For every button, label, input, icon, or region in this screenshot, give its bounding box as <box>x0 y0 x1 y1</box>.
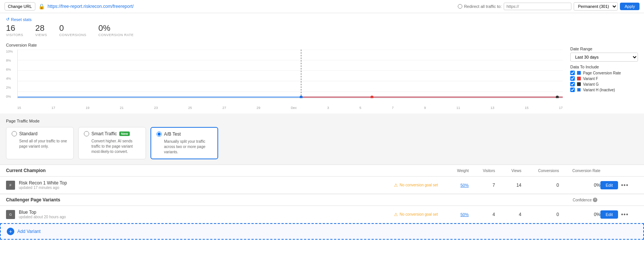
reset-stats-button[interactable]: ↺ Reset stats <box>6 17 638 22</box>
y-label-6: 6% <box>6 68 17 71</box>
redirect-url-input[interactable] <box>504 3 571 10</box>
redirect-label: Redirect all traffic to: <box>458 4 501 9</box>
challenger-weight[interactable]: 50% <box>442 212 469 217</box>
traffic-mode-section: Page Traffic Mode Standard Send all of y… <box>0 113 644 165</box>
url-display: https://free-report.riskrecon.com/freere… <box>48 4 455 9</box>
champion-weight[interactable]: 50% <box>442 183 469 187</box>
conversions-value: 0 <box>59 24 86 32</box>
redirect-section: Redirect all traffic to: Permanent (301)… <box>458 2 639 11</box>
x-label: 3 <box>327 106 329 110</box>
traffic-option-ab[interactable]: A/B Test Manually split your traffic acr… <box>150 127 218 159</box>
warning-icon: ⚠ <box>394 183 398 188</box>
add-variant-row[interactable]: + Add Variant <box>0 223 644 240</box>
challenger-thumb: G <box>6 210 15 219</box>
traffic-option-ab-title: A/B Test <box>164 131 181 137</box>
traffic-option-ab-header: A/B Test <box>156 131 212 137</box>
challenger-conversions: 0 <box>521 212 559 217</box>
x-label: 29 <box>257 106 260 110</box>
new-badge: New <box>119 131 130 136</box>
traffic-option-smart-header: Smart Traffic New <box>84 131 140 136</box>
col-header-conversions: Conversions <box>521 169 559 173</box>
svg-point-9 <box>371 95 374 98</box>
x-axis: 15 17 19 21 23 25 27 29 Dec 3 5 7 9 11 1… <box>17 106 563 110</box>
apply-button[interactable]: Apply <box>620 3 639 10</box>
challenger-name: Blue Top <box>19 210 394 215</box>
legend-variant-g: Variant G <box>570 82 638 86</box>
x-label-dec: Dec <box>291 106 297 110</box>
x-label: 9 <box>424 106 426 110</box>
col-header-weight: Weight <box>442 169 469 173</box>
current-champion-section: Current Champion Weight Visitors Views C… <box>0 165 644 194</box>
add-variant-icon: + <box>7 228 14 235</box>
traffic-option-standard-title: Standard <box>19 131 38 136</box>
legend-dot-blue2 <box>577 88 581 92</box>
traffic-option-smart-title: Smart Traffic <box>91 131 117 136</box>
y-label-0: 0% <box>6 95 17 98</box>
current-champion-title: Current Champion <box>6 168 442 173</box>
challenger-actions: Edit ••• <box>600 210 638 219</box>
traffic-radio-standard[interactable] <box>12 131 17 136</box>
traffic-option-standard-desc: Send all of your traffic to one page var… <box>12 139 68 149</box>
visitors-value: 16 <box>6 24 23 32</box>
traffic-option-smart[interactable]: Smart Traffic New Convert higher. AI sen… <box>78 127 146 159</box>
challengers-section: Challenger Page Variants Confidence ? G … <box>0 194 644 223</box>
redirect-radio[interactable] <box>458 4 462 9</box>
challenger-updated: updated about 20 hours ago <box>19 215 394 219</box>
champion-more-button[interactable]: ••• <box>621 182 629 189</box>
traffic-options: Standard Send all of your traffic to one… <box>6 127 638 159</box>
champion-actions: Edit ••• <box>600 181 638 189</box>
stats-bar: ↺ Reset stats 16 VISITORS 28 VIEWS 0 CON… <box>0 13 644 39</box>
legend-checkbox-variant-f[interactable] <box>570 76 575 81</box>
stat-conv-rate: 0% CONVERSION RATE <box>98 24 134 37</box>
traffic-radio-smart[interactable] <box>84 131 89 136</box>
x-label: 25 <box>188 106 192 110</box>
stats-row: 16 VISITORS 28 VIEWS 0 CONVERSIONS 0% CO… <box>6 24 638 37</box>
legend-label-variant-g: Variant G <box>583 82 599 86</box>
legend-dot-black <box>577 82 581 86</box>
conversions-label: CONVERSIONS <box>59 33 86 37</box>
svg-point-10 <box>556 95 559 98</box>
redirect-type-select[interactable]: Permanent (301) <box>574 2 618 11</box>
y-label-10: 10% <box>6 50 17 53</box>
champion-visitors: 7 <box>469 183 495 188</box>
chart-area <box>17 50 563 98</box>
champion-thumb: F <box>6 181 15 190</box>
add-variant-label: Add Variant <box>17 229 41 234</box>
date-range-label: Date Range <box>570 47 638 51</box>
legend-checkbox-variant-g[interactable] <box>570 82 575 86</box>
challengers-title: Challenger Page Variants <box>6 197 573 202</box>
col-header-views: Views <box>495 169 521 173</box>
x-label: 13 <box>491 106 494 110</box>
data-include-label: Data To Include <box>570 65 638 69</box>
views-label: VIEWS <box>35 33 47 37</box>
x-label: 17 <box>52 106 55 110</box>
legend-variant-h: Variant H (Inactive) <box>570 88 638 92</box>
legend-checkbox-variant-h[interactable] <box>570 88 575 92</box>
challenger-no-goal-warning: ⚠ No conversion goal set <box>394 212 438 217</box>
challenger-more-button[interactable]: ••• <box>621 211 629 218</box>
stat-conversions: 0 CONVERSIONS <box>59 24 86 37</box>
challenger-row: G Blue Top updated about 20 hours ago ⚠ … <box>0 206 644 223</box>
confidence-help-icon[interactable]: ? <box>593 198 597 202</box>
x-label: 15 <box>525 106 529 110</box>
legend-dot-red <box>577 77 581 80</box>
challenger-edit-button[interactable]: Edit <box>600 210 618 219</box>
col-header-convrate: Conversion Rate <box>559 169 600 173</box>
y-axis: 10% 8% 6% 4% 2% 0% <box>6 50 17 98</box>
legend-checkbox-page-conv[interactable] <box>570 71 575 75</box>
traffic-radio-ab[interactable] <box>156 131 162 137</box>
challengers-header: Challenger Page Variants Confidence ? <box>0 194 644 206</box>
legend-page-conv: Page Conversion Rate <box>570 71 638 75</box>
chart-title: Conversion Rate <box>6 43 638 47</box>
date-range-select[interactable]: Last 30 days <box>570 53 638 62</box>
change-url-button[interactable]: Change URL <box>5 2 35 11</box>
challenger-visitors: 4 <box>469 212 495 217</box>
champion-no-goal-warning: ⚠ No conversion goal set <box>394 183 438 188</box>
traffic-option-standard[interactable]: Standard Send all of your traffic to one… <box>6 127 74 159</box>
views-value: 28 <box>35 24 47 32</box>
legend-label-variant-f: Variant F <box>583 77 598 81</box>
top-bar: Change URL 🔒 https://free-report.riskrec… <box>0 0 644 13</box>
champion-edit-button[interactable]: Edit <box>600 181 618 189</box>
champion-views: 14 <box>495 183 521 188</box>
current-champion-header: Current Champion Weight Visitors Views C… <box>0 165 644 177</box>
